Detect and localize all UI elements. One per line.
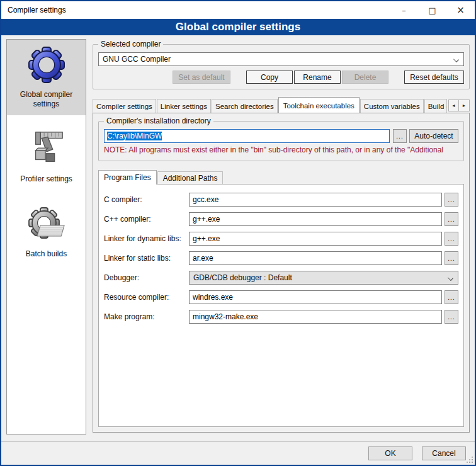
installation-directory-group: Compiler's installation directory C:\ray… — [98, 121, 464, 161]
minimize-button[interactable]: – — [390, 1, 418, 19]
tab-custom-variables[interactable]: Custom variables — [360, 99, 424, 113]
installation-directory-row: C:\raylib\MinGW ... Auto-detect — [104, 129, 458, 143]
close-button[interactable]: × — [446, 1, 475, 19]
browse-c-compiler-button[interactable]: ... — [445, 193, 458, 207]
rename-button[interactable]: Rename — [294, 71, 341, 84]
chevron-down-icon — [453, 57, 459, 62]
gear-stack-icon — [26, 204, 67, 244]
browse-cpp-compiler-button[interactable]: ... — [445, 212, 458, 226]
c-compiler-row: C compiler: ... — [104, 193, 458, 207]
dynamic-linker-row: Linker for dynamic libs: ... — [104, 232, 458, 246]
tab-search-directories[interactable]: Search directories — [212, 99, 278, 113]
selected-compiler-group: Selected compiler GNU GCC Compiler Set a… — [93, 44, 470, 89]
field-label: Resource compiler: — [104, 293, 189, 302]
browse-make-program-button[interactable]: ... — [445, 310, 458, 324]
caliper-icon — [26, 129, 67, 169]
program-files-panel: C compiler: ... C++ compiler: ... Linker… — [98, 185, 464, 427]
cancel-button[interactable]: Cancel — [422, 446, 466, 460]
compiler-select-value: GNU GCC Compiler — [103, 55, 171, 64]
field-label: Debugger: — [104, 273, 189, 282]
compiler-actions: Set as default Copy Rename Delete Reset … — [98, 71, 464, 84]
settings-category-list: Global compiler settings — [6, 39, 86, 435]
installation-directory-input[interactable]: C:\raylib\MinGW — [104, 129, 390, 143]
gear-blue-icon — [26, 45, 67, 85]
browse-directory-button[interactable]: ... — [393, 129, 407, 143]
copy-button[interactable]: Copy — [246, 71, 293, 84]
dynamic-linker-input[interactable] — [189, 232, 442, 246]
dialog-content: Global compiler settings — [1, 35, 475, 441]
field-label: C compiler: — [104, 195, 189, 204]
tab-linker-settings[interactable]: Linker settings — [157, 99, 211, 113]
sidebar-item-profiler-settings[interactable]: Profiler settings — [7, 124, 86, 190]
set-as-default-button[interactable]: Set as default — [173, 71, 230, 84]
cpp-compiler-row: C++ compiler: ... — [104, 212, 458, 226]
group-legend: Compiler's installation directory — [104, 116, 213, 125]
tab-build-options[interactable]: Build options — [424, 99, 447, 113]
bin-subdirectory-note: NOTE: All programs must exist either in … — [104, 145, 458, 154]
reset-defaults-button[interactable]: Reset defaults — [404, 71, 464, 84]
tab-scroll-left-icon[interactable]: ◄ — [448, 99, 459, 111]
sidebar-item-batch-builds[interactable]: Batch builds — [7, 199, 86, 265]
tab-scroll-controls: ◄ ► — [448, 99, 470, 113]
browse-dynamic-linker-button[interactable]: ... — [445, 232, 458, 246]
delete-button[interactable]: Delete — [342, 71, 388, 84]
window-title: Compiler settings — [1, 6, 66, 14]
tab-program-files[interactable]: Program Files — [98, 170, 157, 185]
window-controls: – □ × — [390, 1, 475, 19]
main-panel: Selected compiler GNU GCC Compiler Set a… — [93, 39, 470, 441]
debugger-row: Debugger: GDB/CDB debugger : Default — [104, 271, 458, 285]
tab-scroll-right-icon[interactable]: ► — [459, 99, 470, 111]
page-title: Global compiler settings — [1, 19, 475, 35]
sidebar-item-label: Global compiler settings — [8, 90, 84, 109]
browse-resource-compiler-button[interactable]: ... — [445, 290, 458, 304]
selected-path-text: C:\raylib\MinGW — [107, 132, 162, 140]
field-label: Linker for dynamic libs: — [104, 234, 189, 243]
resource-compiler-row: Resource compiler: ... — [104, 290, 458, 304]
group-legend: Selected compiler — [98, 40, 163, 48]
maximize-button[interactable]: □ — [418, 1, 446, 19]
c-compiler-input[interactable] — [189, 193, 442, 207]
tab-toolchain-executables[interactable]: Toolchain executables — [278, 97, 360, 113]
static-linker-input[interactable] — [189, 251, 442, 265]
dialog-footer: OK Cancel — [1, 441, 475, 465]
debugger-select[interactable]: GDB/CDB debugger : Default — [189, 271, 458, 285]
debugger-select-value: GDB/CDB debugger : Default — [193, 273, 292, 282]
field-label: Make program: — [104, 312, 189, 321]
field-label: Linker for static libs: — [104, 254, 189, 263]
compiler-settings-dialog: Compiler settings – □ × Global compiler … — [0, 0, 476, 466]
compiler-select[interactable]: GNU GCC Compiler — [98, 52, 464, 66]
chevron-down-icon — [448, 275, 453, 281]
title-bar[interactable]: Compiler settings – □ × — [1, 1, 475, 19]
auto-detect-button[interactable]: Auto-detect — [409, 129, 458, 143]
sidebar-item-global-compiler-settings[interactable]: Global compiler settings — [7, 40, 86, 115]
sidebar-item-label: Profiler settings — [20, 174, 72, 184]
cpp-compiler-input[interactable] — [189, 212, 442, 226]
resource-compiler-input[interactable] — [189, 290, 442, 304]
resize-grip[interactable] — [465, 455, 473, 463]
ok-button[interactable]: OK — [368, 446, 412, 460]
tab-compiler-settings[interactable]: Compiler settings — [93, 99, 156, 113]
make-program-input[interactable] — [189, 310, 442, 324]
settings-tabs: Compiler settings Linker settings Search… — [93, 97, 470, 113]
static-linker-row: Linker for static libs: ... — [104, 251, 458, 265]
make-program-row: Make program: ... — [104, 310, 458, 324]
field-label: C++ compiler: — [104, 215, 189, 224]
program-tabs: Program Files Additional Paths — [98, 170, 464, 185]
browse-static-linker-button[interactable]: ... — [445, 251, 458, 265]
toolchain-executables-page: Compiler's installation directory C:\ray… — [93, 113, 470, 433]
tab-additional-paths[interactable]: Additional Paths — [157, 171, 224, 184]
sidebar-item-label: Batch builds — [26, 249, 67, 259]
